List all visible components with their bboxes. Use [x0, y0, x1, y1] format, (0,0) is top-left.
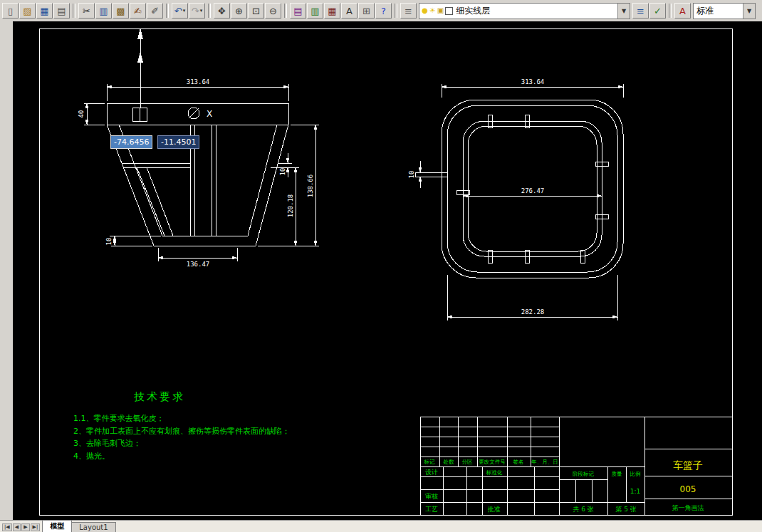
redo-icon: ↷	[192, 6, 199, 16]
layout-tab-bar: |◀ ◀ ▶ ▶| 模型 Layout1	[0, 520, 762, 532]
paste-from-clipboard-icon: ▩	[116, 6, 125, 16]
toolbar-button-row: ▯▨▦▤✂▥▩✍✐↶▾↷▾✥⊕⊡⊖▤▥▦A⊞?≡	[2, 3, 417, 19]
tech-requirements-title: 技术要求	[134, 390, 290, 404]
dynamic-input-x-field[interactable]: -74.6456	[110, 135, 152, 149]
undo-button[interactable]: ↶▾	[172, 3, 188, 19]
dynamic-input-y-field[interactable]: -11.4501	[157, 135, 199, 149]
copy-to-clipboard-button[interactable]: ▥	[95, 3, 112, 19]
copy-to-clipboard-icon: ▥	[99, 6, 108, 16]
match-properties-button[interactable]: ✍	[130, 3, 146, 19]
tab-model[interactable]: 模型	[42, 520, 72, 532]
layer-states-icon: ≡	[637, 6, 644, 16]
help-icon: ?	[381, 6, 386, 16]
style-combo-value: 标准	[694, 5, 743, 17]
toolbar-separator	[669, 4, 672, 18]
layer-thaw-sun-icon: ☀	[429, 7, 436, 14]
save-drawing-icon: ▦	[40, 6, 48, 16]
tech-requirement-item-1: 1.1、零件要求去氧化皮；	[73, 412, 290, 425]
toolbar-right-buttons: ≡✓A	[632, 3, 691, 19]
save-drawing-button[interactable]: ▦	[36, 3, 53, 19]
object-properties-icon: ▥	[310, 6, 319, 16]
help-button[interactable]: ?	[375, 3, 392, 19]
open-drawing-button[interactable]: ▨	[19, 3, 36, 19]
match-properties-icon: ✍	[134, 6, 142, 16]
plot-button[interactable]: ▤	[53, 3, 70, 19]
redo-button[interactable]: ↷▾	[189, 3, 205, 19]
object-properties-button[interactable]: ▥	[307, 3, 323, 19]
dropdown-caret-icon[interactable]: ▾	[183, 8, 186, 14]
undo-icon: ↶	[174, 6, 182, 16]
layer-properties-manager-button[interactable]: ▤	[290, 3, 306, 19]
tech-requirement-item-3: 3、去除毛刺飞边；	[73, 437, 290, 450]
layer-combo-value: 细实线层	[453, 5, 617, 17]
layer-properties-manager-icon: ▤	[293, 6, 302, 16]
tech-requirement-item-4: 4、抛光。	[73, 450, 290, 463]
text-window-button[interactable]: A	[341, 3, 357, 19]
text-style-combo[interactable]: 标准 ▼	[693, 3, 756, 19]
main-toolbar: ▯▨▦▤✂▥▩✍✐↶▾↷▾✥⊕⊡⊖▤▥▦A⊞?≡ ●☀▣ 细实线层 ▼ ≡✓A …	[0, 0, 762, 22]
zoom-window-button[interactable]: ⊡	[248, 3, 264, 19]
layer-states-button[interactable]: ≡	[632, 3, 649, 19]
erase-icon: ✐	[151, 6, 159, 16]
text-style-icon: A	[679, 6, 686, 16]
left-gutter	[0, 21, 14, 521]
new-drawing-icon: ▯	[8, 6, 13, 16]
zoom-realtime-icon: ⊕	[235, 6, 243, 16]
quick-calc-icon: ⊞	[362, 6, 370, 16]
tab-nav-buttons: |◀ ◀ ▶ ▶|	[2, 523, 40, 531]
chevron-down-icon[interactable]: ▼	[617, 4, 630, 19]
quick-calc-button[interactable]: ⊞	[358, 3, 375, 19]
tab-nav-next-icon[interactable]: ▶	[21, 523, 29, 531]
layers-icon: ≡	[405, 6, 412, 16]
cad-application-window: ▯▨▦▤✂▥▩✍✐↶▾↷▾✥⊕⊡⊖▤▥▦A⊞?≡ ●☀▣ 细实线层 ▼ ≡✓A …	[0, 0, 762, 532]
layer-color-swatch-icon	[445, 7, 453, 15]
tab-nav-first-icon[interactable]: |◀	[2, 523, 12, 531]
tab-nav-last-icon[interactable]: ▶|	[31, 523, 41, 531]
layer-on-bulb-icon: ●	[422, 7, 428, 14]
open-drawing-icon: ▨	[23, 6, 31, 16]
toolbar-separator	[208, 4, 211, 18]
zoom-previous-button[interactable]: ⊖	[265, 3, 281, 19]
tech-requirement-item-2: 2、零件加工表面上不应有划痕、擦伤等损伤零件表面的缺陷；	[73, 425, 290, 438]
erase-button[interactable]: ✐	[147, 3, 163, 19]
plot-icon: ▤	[57, 6, 66, 16]
cut-to-clipboard-button[interactable]: ✂	[78, 3, 95, 19]
toolbar-separator	[395, 4, 397, 18]
zoom-window-icon: ⊡	[252, 6, 260, 16]
text-window-icon: A	[346, 6, 353, 16]
dropdown-caret-icon[interactable]: ▾	[200, 8, 203, 14]
toolbar-separator	[166, 4, 169, 18]
new-drawing-button[interactable]: ▯	[2, 3, 19, 19]
zoom-realtime-button[interactable]: ⊕	[231, 3, 247, 19]
zoom-previous-icon: ⊖	[269, 6, 277, 16]
design-center-icon: ▦	[328, 6, 336, 16]
pan-realtime-icon: ✥	[218, 6, 226, 16]
toolbar-separator	[284, 4, 287, 18]
make-object-layer-current-button[interactable]: ✓	[649, 3, 666, 19]
pan-realtime-button[interactable]: ✥	[214, 3, 230, 19]
layer-lock-icon: ▣	[437, 7, 444, 14]
text-style-button[interactable]: A	[674, 3, 691, 19]
make-object-layer-current-icon: ✓	[654, 6, 662, 16]
cut-to-clipboard-icon: ✂	[83, 6, 90, 16]
technical-requirements-note: 技术要求 1.1、零件要求去氧化皮； 2、零件加工表面上不应有划痕、擦伤等损伤零…	[73, 390, 290, 462]
layer-select-combo[interactable]: ●☀▣ 细实线层 ▼	[419, 3, 630, 19]
design-center-button[interactable]: ▦	[324, 3, 340, 19]
layers-button[interactable]: ≡	[400, 3, 417, 19]
tab-layout1[interactable]: Layout1	[71, 522, 115, 532]
layer-state-icons: ●☀▣	[419, 7, 453, 15]
paste-from-clipboard-button[interactable]: ▩	[113, 3, 129, 19]
toolbar-separator	[73, 4, 75, 18]
chevron-down-icon[interactable]: ▼	[743, 4, 755, 19]
tab-nav-prev-icon[interactable]: ◀	[13, 523, 21, 531]
